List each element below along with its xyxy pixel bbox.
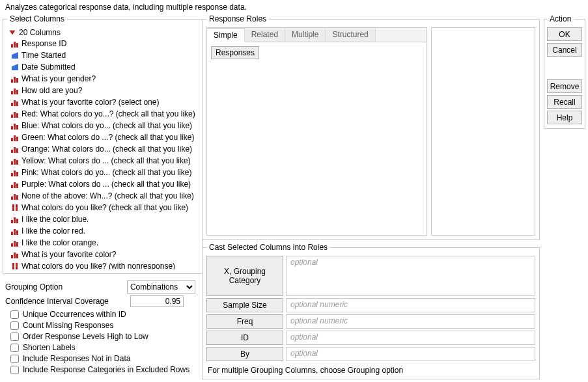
cast-role-button[interactable]: ID	[206, 331, 283, 345]
cast-roles-title: Cast Selected Columns into Roles	[206, 243, 330, 252]
recall-button[interactable]: Recall	[547, 95, 582, 109]
tab-related[interactable]: Related	[245, 28, 285, 42]
cast-role-button[interactable]: Sample Size	[206, 298, 283, 312]
svg-rect-20	[16, 137, 18, 141]
svg-rect-26	[16, 160, 18, 165]
column-label: What is your favorite color? (select one…	[21, 97, 159, 107]
cancel-button[interactable]: Cancel	[547, 43, 582, 57]
tab-simple[interactable]: Simple	[207, 28, 245, 42]
column-item[interactable]: Pink: What colors do yo... (check all th…	[7, 167, 198, 178]
option-checkbox-row[interactable]: Count Missing Responses	[5, 320, 195, 331]
option-checkbox-row[interactable]: Include Responses Not in Data	[5, 353, 195, 364]
column-item[interactable]: What is your favorite color? (select one…	[7, 96, 198, 108]
column-label: Date Submitted	[21, 62, 76, 72]
grouping-option-select[interactable]: Combinations	[127, 280, 195, 293]
column-item[interactable]: Blue: What colors do yo... (check all th…	[7, 120, 198, 131]
column-item[interactable]: What colors do you like? (check all that…	[7, 202, 198, 213]
svg-rect-40	[16, 219, 18, 223]
option-checkbox-label: Shorten Labels	[23, 342, 76, 353]
response-roles-title: Response Roles	[206, 14, 269, 23]
nominal-icon	[11, 157, 19, 165]
columns-summary-row[interactable]: 20 Columns	[7, 27, 198, 38]
column-item[interactable]: Green: What colors do ...? (check all th…	[7, 131, 198, 143]
option-checkbox[interactable]	[10, 355, 19, 363]
cast-drop-zone[interactable]: optional	[286, 256, 535, 296]
ci-coverage-input[interactable]	[130, 295, 184, 307]
column-item[interactable]: Time Started	[7, 49, 198, 61]
option-checkbox[interactable]	[10, 344, 19, 352]
option-checkbox-label: Order Response Levels High to Low	[23, 331, 148, 342]
response-drop-area[interactable]	[431, 27, 535, 236]
svg-rect-43	[16, 230, 18, 235]
column-item[interactable]: What is your favorite color?	[7, 249, 198, 260]
column-item[interactable]: Purple: What colors do ... (check all th…	[7, 178, 198, 190]
nominal-icon	[11, 180, 19, 188]
cast-drop-zone[interactable]: optional	[286, 331, 535, 345]
remove-button[interactable]: Remove	[547, 79, 582, 93]
nominal-icon	[11, 227, 19, 235]
column-label: Blue: What colors do yo... (check all th…	[21, 120, 192, 131]
svg-rect-21	[11, 150, 13, 153]
select-columns-title: Select Columns	[7, 14, 67, 23]
option-checkbox-row[interactable]: Include Response Categories in Excluded …	[5, 364, 195, 375]
cast-drop-zone[interactable]: optional numeric	[286, 314, 535, 329]
option-checkbox[interactable]	[10, 321, 19, 330]
option-checkbox[interactable]	[10, 333, 19, 341]
column-item[interactable]: Date Submitted	[7, 61, 198, 73]
option-checkbox[interactable]	[10, 310, 19, 319]
svg-rect-19	[14, 135, 16, 141]
tab-panel-simple: Responses	[207, 42, 427, 235]
svg-rect-46	[16, 242, 18, 247]
column-item[interactable]: None of the above: Wh...? (check all tha…	[7, 190, 198, 202]
cast-role-button[interactable]: Freq	[206, 314, 283, 329]
nominal-icon	[11, 133, 19, 141]
continuous-icon	[11, 63, 19, 71]
option-checkbox[interactable]	[10, 366, 19, 374]
select-columns-group: Select Columns 20 Columns Response IDTim…	[3, 14, 203, 274]
column-label: How old are you?	[21, 85, 82, 96]
cast-role-button[interactable]: By	[206, 347, 283, 361]
tab-multiple[interactable]: Multiple	[285, 28, 326, 42]
svg-rect-11	[16, 102, 18, 106]
column-item[interactable]: I like the color blue.	[7, 213, 198, 225]
ok-button[interactable]: OK	[547, 27, 582, 41]
svg-rect-41	[11, 232, 13, 235]
cast-drop-zone[interactable]: optional numeric	[286, 298, 535, 312]
nominal-icon	[11, 192, 19, 200]
option-checkbox-row[interactable]: Order Response Levels High to Low	[5, 331, 195, 342]
column-item[interactable]: How old are you?	[7, 85, 198, 96]
option-checkbox-row[interactable]: Shorten Labels	[5, 342, 195, 353]
nominal-icon	[11, 98, 19, 106]
cast-row: Freqoptional numeric	[206, 314, 535, 329]
help-button[interactable]: Help	[547, 111, 582, 124]
svg-rect-39	[14, 217, 16, 223]
column-item[interactable]: What is your gender?	[7, 73, 198, 85]
columns-list[interactable]: Response IDTime StartedDate SubmittedWha…	[7, 38, 198, 269]
option-checkbox-label: Count Missing Responses	[23, 320, 113, 331]
svg-rect-37	[16, 204, 18, 211]
column-label: Green: What colors do ...? (check all th…	[21, 132, 194, 143]
svg-rect-25	[14, 159, 16, 165]
responses-button[interactable]: Responses	[211, 46, 259, 59]
svg-rect-22	[14, 147, 16, 153]
action-title: Action	[547, 14, 574, 23]
mresp-icon	[11, 204, 19, 211]
option-checkbox-row[interactable]: Unique Occurrences within ID	[5, 309, 195, 320]
column-item[interactable]: I like the color red.	[7, 225, 198, 237]
disclosure-icon[interactable]	[8, 29, 16, 36]
column-item[interactable]: What colors do you like? (with nonrespon…	[7, 260, 198, 269]
column-item[interactable]: Red: What colors do yo...? (check all th…	[7, 108, 198, 120]
tab-structured[interactable]: Structured	[326, 28, 375, 42]
cast-drop-zone[interactable]: optional	[286, 347, 535, 361]
svg-rect-5	[16, 78, 18, 83]
nominal-icon	[11, 145, 19, 153]
column-item[interactable]: Yellow: What colors do ... (check all th…	[7, 155, 198, 167]
column-label: I like the color orange.	[21, 238, 98, 248]
column-label: What colors do you like? (check all that…	[21, 202, 188, 213]
column-item[interactable]: Response ID	[7, 38, 198, 49]
cast-role-button[interactable]: X, Grouping Category	[206, 256, 283, 296]
column-item[interactable]: Orange: What colors do... (check all tha…	[7, 143, 198, 155]
column-item[interactable]: I like the color orange.	[7, 237, 198, 249]
columns-summary-text: 20 Columns	[19, 28, 61, 37]
response-roles-tabs-panel: SimpleRelatedMultipleStructured Response…	[206, 27, 427, 236]
